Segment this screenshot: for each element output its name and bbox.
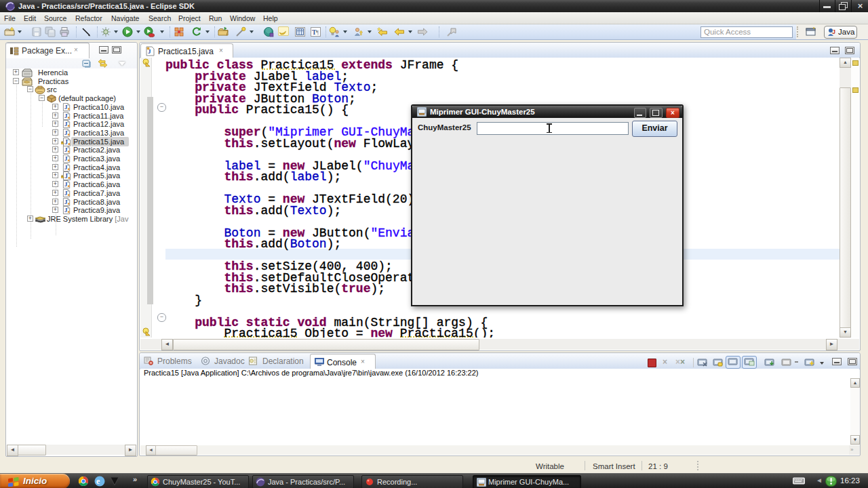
svg-text:¶: ¶ bbox=[316, 29, 319, 36]
svg-text:e: e bbox=[96, 476, 100, 486]
svg-text:J: J bbox=[832, 28, 835, 35]
